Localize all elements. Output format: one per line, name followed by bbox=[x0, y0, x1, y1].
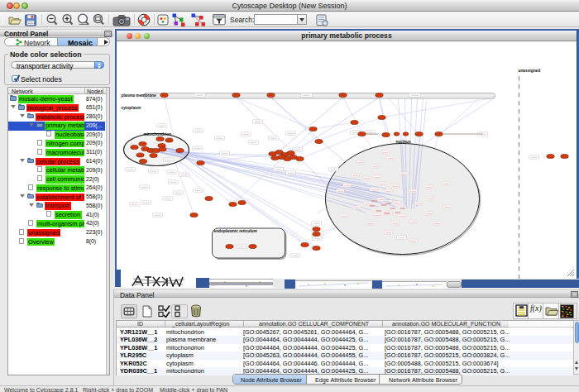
svg-text:plasma membrane: plasma membrane bbox=[122, 93, 156, 98]
svg-text:unassigned: unassigned bbox=[519, 69, 541, 73]
svg-text:nucleus: nucleus bbox=[396, 140, 411, 144]
svg-text:mitochondrion: mitochondrion bbox=[144, 132, 172, 136]
svg-text:endoplasmic reticulum: endoplasmic reticulum bbox=[214, 229, 257, 233]
svg-text:cytoplasm: cytoplasm bbox=[122, 105, 141, 109]
